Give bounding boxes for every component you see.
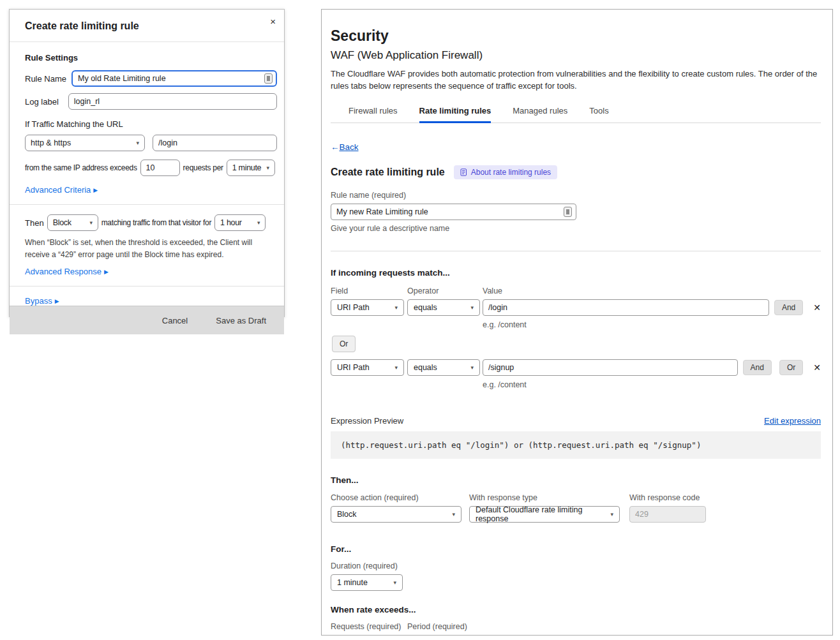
rules-tabs: Firewall rules Rate limiting rules Manag… xyxy=(331,106,821,123)
action-select[interactable]: Block ▾ xyxy=(331,506,461,523)
autofill-icon[interactable] xyxy=(264,73,273,84)
operator-select-value: equals xyxy=(414,363,437,372)
and-condition-button[interactable]: And xyxy=(743,360,772,375)
edit-expression-link[interactable]: Edit expression xyxy=(764,416,821,426)
chevron-down-icon: ▾ xyxy=(89,220,92,226)
divider xyxy=(331,251,821,251)
back-label: Back xyxy=(340,142,359,152)
operator-column-label: Operator xyxy=(407,287,483,295)
create-rate-limit-dialog: Create rate limiting rule × Rule Setting… xyxy=(9,9,285,317)
response-type-select[interactable]: Default Cloudflare rate limiting respons… xyxy=(469,506,620,523)
action-select-value: Block xyxy=(53,218,71,227)
bypass-label: Bypass xyxy=(25,296,52,306)
traffic-matching-heading: If Traffic Matching the URL xyxy=(25,119,277,129)
security-waf-panel: Security WAF (Web Application Firewall) … xyxy=(321,9,833,636)
rate-section-heading: When rate exceeds... xyxy=(331,605,821,614)
rule-name-input[interactable] xyxy=(71,70,277,87)
tab-firewall-rules[interactable]: Firewall rules xyxy=(349,106,398,123)
or-condition-button[interactable]: Or xyxy=(779,360,803,375)
chevron-down-icon: ▾ xyxy=(267,165,269,171)
about-badge-label: About rate limiting rules xyxy=(471,168,551,177)
page-title: Security xyxy=(331,27,821,45)
disclosure-arrow-icon: ▶ xyxy=(93,187,98,193)
rule-settings-heading: Rule Settings xyxy=(25,53,277,63)
condition-row: URI Path ▾ equals ▾ And ✕ xyxy=(331,299,821,316)
back-arrow-icon: ← xyxy=(331,142,340,152)
rule-name-help: Give your rule a descriptive name xyxy=(331,224,821,233)
log-label-input[interactable] xyxy=(68,93,277,110)
field-select[interactable]: URI Path ▾ xyxy=(331,359,404,376)
operator-select[interactable]: equals ▾ xyxy=(407,299,480,316)
requests-label: Requests (required) xyxy=(331,622,396,631)
value-hint: e.g. /content xyxy=(483,380,821,389)
period-select[interactable]: 1 minute ▾ xyxy=(227,160,275,176)
tab-tools[interactable]: Tools xyxy=(589,106,608,123)
requests-input[interactable] xyxy=(331,635,396,636)
action-select-value: Block xyxy=(337,510,357,519)
chevron-down-icon: ▾ xyxy=(394,364,398,371)
action-select[interactable]: Block ▾ xyxy=(47,214,98,231)
url-input[interactable] xyxy=(153,135,277,151)
log-label-label: Log label xyxy=(25,97,59,107)
advanced-criteria-link[interactable]: Advanced Criteria ▶ xyxy=(25,185,98,195)
matching-traffic-text: matching traffic from that visitor for xyxy=(101,218,211,227)
disclosure-arrow-icon: ▶ xyxy=(104,269,109,275)
chevron-down-icon: ▾ xyxy=(257,220,260,226)
block-duration-select[interactable]: 1 hour ▾ xyxy=(214,214,266,231)
tab-rate-limiting-rules[interactable]: Rate limiting rules xyxy=(419,106,491,123)
dialog-footer: Cancel Save as Draft xyxy=(10,306,284,334)
chevron-down-icon: ▾ xyxy=(393,579,396,586)
duration-select-value: 1 minute xyxy=(337,578,368,587)
expression-preview-label: Expression Preview xyxy=(331,416,403,426)
tab-managed-rules[interactable]: Managed rules xyxy=(513,106,567,123)
disclosure-arrow-icon: ▶ xyxy=(55,298,59,304)
advanced-response-label: Advanced Response xyxy=(25,267,101,276)
period-label: Period (required) xyxy=(407,622,471,631)
bypass-link[interactable]: Bypass ▶ xyxy=(25,296,59,306)
about-rate-limiting-badge[interactable]: About rate limiting rules xyxy=(454,165,557,179)
divider xyxy=(10,286,284,287)
back-link[interactable]: ←Back xyxy=(331,142,359,152)
advanced-response-link[interactable]: Advanced Response ▶ xyxy=(25,267,109,276)
duration-select[interactable]: 1 minute ▾ xyxy=(331,574,403,591)
remove-condition-icon[interactable]: ✕ xyxy=(813,362,821,373)
field-select[interactable]: URI Path ▾ xyxy=(331,299,404,316)
scheme-select[interactable]: http & https ▾ xyxy=(25,135,145,151)
remove-condition-icon[interactable]: ✕ xyxy=(813,302,821,313)
duration-label: Duration (required) xyxy=(331,562,821,570)
rate-period-select[interactable]: 1 minute ▾ xyxy=(407,635,471,636)
requests-per-text: requests per xyxy=(183,163,223,172)
operator-select[interactable]: equals ▾ xyxy=(407,359,480,376)
cancel-button[interactable]: Cancel xyxy=(162,316,188,325)
for-section-heading: For... xyxy=(331,544,821,554)
autofill-icon[interactable] xyxy=(564,207,572,217)
dialog-body: Rule Settings Rule Name Log label If Tra… xyxy=(10,42,284,306)
requests-threshold-input[interactable] xyxy=(140,160,180,176)
value-hint: e.g. /content xyxy=(483,320,821,329)
and-condition-button[interactable]: And xyxy=(774,300,803,315)
expression-preview-code: (http.request.uri.path eq "/login") or (… xyxy=(331,431,821,459)
response-code-input xyxy=(629,506,706,523)
choose-action-label: Choose action (required) xyxy=(331,493,461,502)
field-column-label: Field xyxy=(331,287,407,295)
response-type-label: With response type xyxy=(469,493,620,502)
waf-subtitle: WAF (Web Application Firewall) xyxy=(331,49,821,62)
dialog-title: Create rate limiting rule xyxy=(25,20,139,31)
exceeds-text: from the same IP address exceeds xyxy=(25,163,137,172)
create-rule-heading: Create rate limiting rule xyxy=(331,167,445,178)
or-connector-button[interactable]: Or xyxy=(332,336,356,352)
value-input[interactable] xyxy=(483,299,769,316)
waf-description: The Cloudflare WAF provides both automat… xyxy=(331,68,821,93)
rule-name-input[interactable] xyxy=(331,204,576,220)
value-input[interactable] xyxy=(483,359,738,376)
block-duration-value: 1 hour xyxy=(220,218,242,227)
rule-name-label: Rule name (required) xyxy=(331,191,821,200)
then-label: Then xyxy=(25,218,44,228)
response-code-label: With response code xyxy=(629,493,706,502)
chevron-down-icon: ▾ xyxy=(394,304,398,311)
chevron-down-icon: ▾ xyxy=(470,364,474,371)
close-icon[interactable]: × xyxy=(270,17,276,26)
advanced-criteria-label: Advanced Criteria xyxy=(25,185,91,195)
save-as-draft-button[interactable]: Save as Draft xyxy=(216,316,266,325)
value-column-label: Value xyxy=(483,287,502,295)
